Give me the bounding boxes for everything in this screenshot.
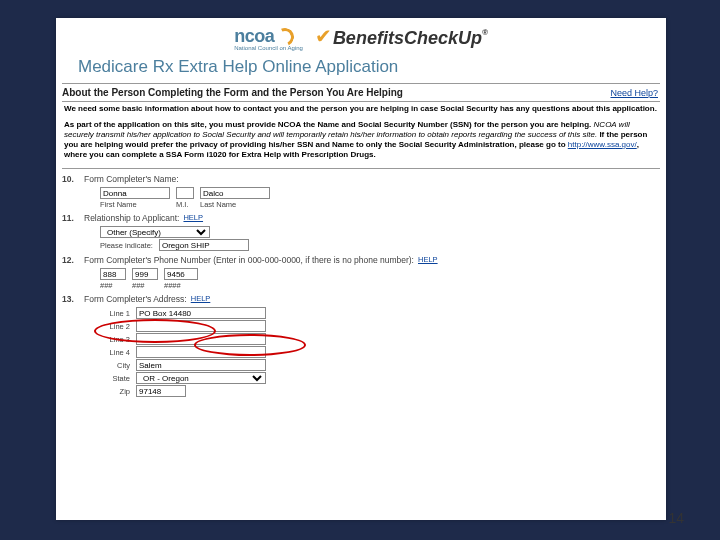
- first-name-label: First Name: [100, 200, 170, 209]
- question-12: 12. Form Completer's Phone Number (Enter…: [62, 255, 660, 265]
- q13-help-link[interactable]: HELP: [191, 294, 211, 304]
- relationship-select[interactable]: Other (Specify): [100, 226, 210, 238]
- header: ncoa National Council on Aging BenefitsC…: [56, 18, 666, 53]
- intro-p2a: As part of the application on this site,…: [64, 120, 591, 129]
- q10-label: Form Completer's Name:: [84, 174, 179, 184]
- section-header: About the Person Completing the Form and…: [56, 84, 666, 101]
- bcu-suffix: CheckUp: [404, 28, 482, 48]
- phone-mask-2: ###: [132, 281, 158, 290]
- phone-2-input[interactable]: [132, 268, 158, 280]
- q11-num: 11.: [62, 213, 84, 223]
- city-label: City: [100, 361, 130, 370]
- benefits-checkup-logo: BenefitsCheckUp®: [317, 28, 488, 49]
- indicate-label: Please indicate:: [100, 241, 153, 250]
- q11-help-link[interactable]: HELP: [183, 213, 203, 223]
- mi-input[interactable]: [176, 187, 194, 199]
- ncoa-logo: ncoa National Council on Aging: [234, 26, 303, 51]
- section-title: About the Person Completing the Form and…: [62, 87, 403, 98]
- form-area: 10. Form Completer's Name: First Name M.…: [56, 169, 666, 403]
- registered-mark: ®: [482, 28, 488, 37]
- bcu-prefix: Benefits: [333, 28, 404, 48]
- phone-3-input[interactable]: [164, 268, 198, 280]
- first-name-input[interactable]: [100, 187, 170, 199]
- zip-input[interactable]: [136, 385, 186, 397]
- line4-label: Line 4: [100, 348, 130, 357]
- q11-label: Relationship to Applicant:: [84, 213, 179, 223]
- question-13: 13. Form Completer's Address: HELP: [62, 294, 660, 304]
- line3-label: Line 3: [100, 335, 130, 344]
- phone-mask-1: ###: [100, 281, 126, 290]
- ssa-link[interactable]: http://www.ssa.gov/: [568, 140, 637, 149]
- last-name-input[interactable]: [200, 187, 270, 199]
- q10-num: 10.: [62, 174, 84, 184]
- state-label: State: [100, 374, 130, 383]
- page-title: Medicare Rx Extra Help Online Applicatio…: [56, 53, 666, 83]
- state-select[interactable]: OR - Oregon: [136, 372, 266, 384]
- slide-page: ncoa National Council on Aging BenefitsC…: [56, 18, 666, 520]
- last-name-label: Last Name: [200, 200, 270, 209]
- logo-row: ncoa National Council on Aging BenefitsC…: [234, 26, 488, 51]
- slide-number: 14: [668, 510, 684, 526]
- addr-line1-input[interactable]: [136, 307, 266, 319]
- question-11: 11. Relationship to Applicant: HELP: [62, 213, 660, 223]
- mi-label: M.I.: [176, 200, 194, 209]
- zip-label: Zip: [100, 387, 130, 396]
- addr-line4-input[interactable]: [136, 346, 266, 358]
- q12-help-link[interactable]: HELP: [418, 255, 438, 265]
- city-input[interactable]: [136, 359, 266, 371]
- ncoa-subtitle: National Council on Aging: [234, 45, 303, 51]
- addr-line3-input[interactable]: [136, 333, 266, 345]
- intro-text: We need some basic information about how…: [56, 102, 666, 168]
- addr-line2-input[interactable]: [136, 320, 266, 332]
- q13-label: Form Completer's Address:: [84, 294, 187, 304]
- q13-num: 13.: [62, 294, 84, 304]
- question-10: 10. Form Completer's Name:: [62, 174, 660, 184]
- indicate-input[interactable]: [159, 239, 249, 251]
- line1-label: Line 1: [100, 309, 130, 318]
- checkmark-icon: [317, 30, 335, 48]
- swoosh-icon: [276, 28, 294, 46]
- phone-1-input[interactable]: [100, 268, 126, 280]
- ncoa-text: ncoa: [234, 26, 274, 47]
- q12-label: Form Completer's Phone Number (Enter in …: [84, 255, 414, 265]
- need-help-link[interactable]: Need Help?: [610, 88, 658, 98]
- intro-p1: We need some basic information about how…: [64, 104, 657, 113]
- line2-label: Line 2: [100, 322, 130, 331]
- phone-mask-3: ####: [164, 281, 198, 290]
- q12-num: 12.: [62, 255, 84, 265]
